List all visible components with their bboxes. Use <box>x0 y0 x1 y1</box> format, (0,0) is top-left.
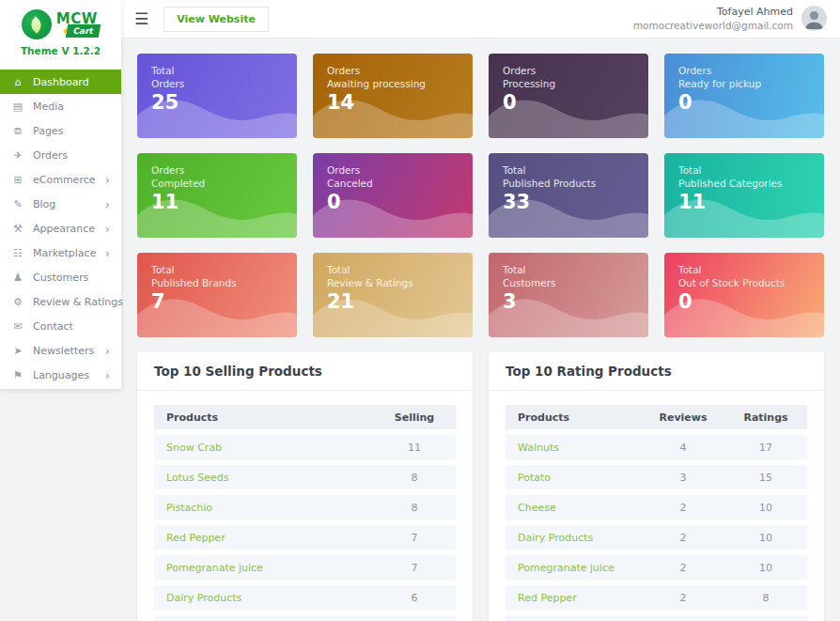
sidebar-item-pages[interactable]: ⧉ Pages <box>0 118 121 143</box>
view-website-button[interactable]: View Website <box>163 7 269 32</box>
sidebar-item-label: eCommerce <box>33 174 95 186</box>
table-row: Snow Crab11 <box>154 435 456 459</box>
chevron-right-icon: › <box>105 223 110 235</box>
hamburger-menu-icon[interactable]: ☰ <box>134 11 148 27</box>
wave-decoration <box>664 87 824 138</box>
brand-logo[interactable]: MCW Cart Theme V 1.2.2 <box>0 0 121 60</box>
chevron-right-icon: › <box>105 174 110 186</box>
top-selling-products-card: Top 10 Selling Products ProductsSelling … <box>137 352 473 621</box>
table-row: Walnuts417 <box>506 435 807 459</box>
user-email: momocreativeworld@gmail.com <box>633 19 793 33</box>
sidebar-item-label: Orders <box>33 149 68 162</box>
product-link[interactable]: Red Pepper <box>506 585 642 610</box>
media-image-icon: ▤ <box>11 101 24 113</box>
customers-users-icon: ♟ <box>11 272 24 284</box>
product-link[interactable]: Red Pepper <box>154 525 373 550</box>
cell-value: 3 <box>642 465 724 489</box>
stat-card-label-line1: Total <box>327 263 459 276</box>
cell-value: 2 <box>642 525 724 550</box>
stat-card-total-out-of-stock-products[interactable]: Total Out of Stock Products 0 <box>664 253 824 337</box>
ecommerce-cart-icon: ⊞ <box>11 174 24 186</box>
stat-card-orders-processing[interactable]: Orders Processing 0 <box>489 54 648 138</box>
table-row: Red Pepper7 <box>154 525 456 550</box>
table-row: Pomegranate juice210 <box>506 555 807 580</box>
sidebar-item-contact[interactable]: ✉ Contact <box>0 314 121 338</box>
product-link[interactable]: Lotus Seeds <box>506 615 642 621</box>
sidebar-item-label: Newsletters <box>33 345 94 357</box>
sidebar-item-review-ratings[interactable]: ⚙ Review & Ratings <box>0 289 121 314</box>
top-selling-products-table: ProductsSelling Snow Crab11Lotus Seeds8P… <box>154 399 456 621</box>
newsletters-send-icon: ➤ <box>11 345 24 357</box>
product-link[interactable]: Dairy Products <box>506 525 642 550</box>
stat-card-total-published-products[interactable]: Total Published Products 33 <box>489 153 648 238</box>
product-link[interactable]: Lotus Seeds <box>154 465 373 489</box>
sidebar-item-blog[interactable]: ✎ Blog › <box>0 192 121 216</box>
dashboard-icon: ⌂ <box>11 76 24 88</box>
cell-value: 11 <box>373 435 456 459</box>
orders-send-icon: ✈ <box>11 149 24 162</box>
cell-value: 8 <box>373 465 456 489</box>
cell-value: 10 <box>724 495 807 520</box>
stat-card-total-customers[interactable]: Total Customers 3 <box>489 253 648 337</box>
product-link[interactable]: Walnuts <box>506 435 642 459</box>
languages-flag-icon: ⚑ <box>11 369 24 381</box>
product-link[interactable]: Potato <box>154 615 373 621</box>
sidebar-item-label: Review & Ratings <box>33 296 123 308</box>
table-row: Potato315 <box>506 465 807 489</box>
sidebar: MCW Cart Theme V 1.2.2 ⌂ Dashboard ▤ Med… <box>0 0 121 389</box>
stat-card-total-review-ratings[interactable]: Total Review & Ratings 21 <box>313 253 473 337</box>
product-link[interactable]: Snow Crab <box>154 435 373 459</box>
chevron-right-icon: › <box>105 369 110 381</box>
user-avatar[interactable] <box>801 6 827 31</box>
column-header-products: Products <box>506 405 642 429</box>
column-header-reviews: Reviews <box>642 405 724 429</box>
product-link[interactable]: Potato <box>506 465 642 489</box>
stat-card-orders-ready-for-pickup[interactable]: Orders Ready for pickup 0 <box>664 54 824 138</box>
main-content: Total Orders 25 Orders Awaiting processi… <box>121 39 840 621</box>
sidebar-item-ecommerce[interactable]: ⊞ eCommerce › <box>0 167 121 192</box>
table-title: Top 10 Selling Products <box>137 352 473 391</box>
sidebar-item-appearance[interactable]: ⚒ Appearance › <box>0 216 121 241</box>
cell-value: 4 <box>642 435 724 459</box>
chevron-right-icon: › <box>105 345 110 357</box>
stat-card-total-published-categories[interactable]: Total Published Categories 11 <box>664 153 824 238</box>
sidebar-item-media[interactable]: ▤ Media <box>0 94 121 118</box>
cell-value: 8 <box>373 495 456 520</box>
brand-name-top: MCW <box>56 12 98 25</box>
stat-card-total-orders[interactable]: Total Orders 25 <box>137 54 297 138</box>
wave-decoration <box>313 287 473 337</box>
stat-card-orders-completed[interactable]: Orders Completed 11 <box>137 153 297 238</box>
sidebar-item-languages[interactable]: ⚑ Languages › <box>0 363 121 387</box>
appearance-wrench-icon: ⚒ <box>11 223 24 235</box>
table-row: Dairy Products6 <box>154 585 456 610</box>
stat-card-total-published-brands[interactable]: Total Published Brands 7 <box>137 253 297 337</box>
tables-row: Top 10 Selling Products ProductsSelling … <box>137 352 824 621</box>
stat-card-orders-canceled[interactable]: Orders Canceled 0 <box>313 153 473 238</box>
column-header-ratings: Ratings <box>724 405 807 429</box>
sidebar-item-label: Media <box>33 101 64 113</box>
cell-value: 2 <box>642 585 724 610</box>
sidebar-item-dashboard[interactable]: ⌂ Dashboard <box>0 70 121 94</box>
sidebar-item-orders[interactable]: ✈ Orders <box>0 143 121 167</box>
stat-card-label-line1: Total <box>678 263 810 276</box>
top-rating-products-table: ProductsReviewsRatings Walnuts417Potato3… <box>506 399 807 621</box>
sidebar-item-marketplace[interactable]: ☷ Marketplace › <box>0 241 121 265</box>
wave-decoration <box>313 87 473 138</box>
user-name: Tofayel Ahmed <box>633 5 793 19</box>
leaf-icon <box>28 16 45 33</box>
stat-card-label-line1: Total <box>678 163 810 177</box>
product-link[interactable]: Pistachio <box>154 495 373 520</box>
product-link[interactable]: Pomegranate juice <box>154 555 373 580</box>
stat-card-label-line1: Total <box>503 163 634 177</box>
product-link[interactable]: Cheese <box>506 495 642 520</box>
product-link[interactable]: Pomegranate juice <box>506 555 642 580</box>
sidebar-item-label: Pages <box>33 125 63 137</box>
sidebar-item-label: Languages <box>33 369 89 381</box>
stat-card-orders-awaiting-processing[interactable]: Orders Awaiting processing 14 <box>313 54 473 138</box>
table-row: Pomegranate juice7 <box>154 555 456 580</box>
sidebar-item-newsletters[interactable]: ➤ Newsletters › <box>0 338 121 363</box>
sidebar-item-customers[interactable]: ♟ Customers <box>0 265 121 289</box>
product-link[interactable]: Dairy Products <box>154 585 373 610</box>
stat-card-label-line1: Orders <box>503 64 634 77</box>
wave-decoration <box>137 287 297 337</box>
